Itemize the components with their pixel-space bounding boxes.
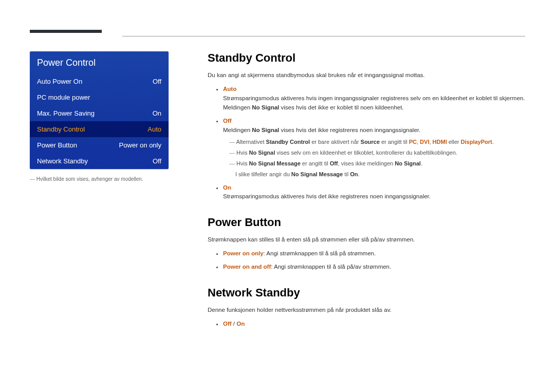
option-label-on: On — [223, 184, 231, 191]
heading-network-standby: Network Standby — [208, 286, 525, 300]
subnote-source: Alternativet Standby Control er bare akt… — [229, 138, 525, 146]
menu-row-power-button[interactable]: Power Button Power on only — [30, 137, 169, 153]
section-standby-control: Standby Control Du kan angi at skjermens… — [208, 51, 525, 201]
option-power-on-only: Power on only: Angi strømknappen til å s… — [223, 249, 525, 258]
menu-row-pc-module-power[interactable]: PC module power — [30, 89, 169, 105]
header-divider — [122, 36, 525, 36]
menu-row-max-power-saving[interactable]: Max. Power Saving On — [30, 105, 169, 121]
option-label-power-on-only: Power on only — [223, 250, 264, 256]
intro-power-button: Strømknappen kan stilles til å enten slå… — [208, 235, 525, 244]
option-label-power-on-and-off: Power on and off — [223, 264, 271, 270]
header-accent-bar — [30, 30, 102, 33]
option-label-off: Off — [223, 118, 232, 124]
menu-row-label: Standby Control — [37, 125, 85, 133]
option-label-on: On — [236, 321, 245, 327]
menu-row-label: Network Standby — [37, 157, 88, 165]
option-off: Off Meldingen No Signal vises hvis det i… — [223, 117, 525, 179]
option-label-auto: Auto — [223, 86, 236, 92]
menu-row-standby-control[interactable]: Standby Control Auto — [30, 121, 169, 137]
option-auto-line2-pre: Meldingen — [223, 104, 252, 110]
option-off-line-pre: Meldingen — [223, 127, 252, 133]
menu-row-value: Power on only — [119, 141, 161, 149]
intro-network-standby: Denne funksjonen holder nettverksstrømme… — [208, 306, 525, 314]
section-network-standby: Network Standby Denne funksjonen holder … — [208, 286, 525, 329]
key-no-signal: No Signal — [252, 127, 279, 133]
intro-standby: Du kan angi at skjermens standbymodus sk… — [208, 71, 525, 80]
osd-menu-panel: Power Control Auto Power On Off PC modul… — [30, 51, 169, 169]
heading-standby-control: Standby Control — [208, 51, 525, 65]
option-on: On Strømsparingsmodus aktiveres hvis det… — [223, 183, 525, 202]
menu-row-label: PC module power — [37, 94, 90, 101]
heading-power-button: Power Button — [208, 216, 525, 229]
subnote-set-on: I slike tilfeller angir du No Signal Mes… — [229, 170, 525, 179]
option-off-line-post: vises hvis det ikke registreres noen inn… — [279, 127, 420, 133]
menu-row-label: Auto Power On — [37, 78, 82, 85]
subnote-cable: Hvis No Signal vises selv om en kildeenh… — [229, 148, 525, 157]
section-power-button: Power Button Strømknappen kan stilles ti… — [208, 216, 525, 272]
menu-row-auto-power-on[interactable]: Auto Power On Off — [30, 73, 169, 89]
option-label-off: Off — [223, 321, 232, 327]
menu-row-label: Max. Power Saving — [37, 109, 95, 117]
option-auto: Auto Strømsparingsmodus aktiveres hvis i… — [223, 85, 525, 112]
option-auto-line1: Strømsparingsmodus aktiveres hvis ingen … — [223, 95, 525, 101]
option-auto-line2-post: vises hvis det ikke er koblet til noen k… — [279, 104, 403, 110]
image-footnote: Hvilket bilde som vises, avhenger av mod… — [30, 176, 184, 182]
key-no-signal: No Signal — [252, 104, 279, 110]
menu-row-label: Power Button — [37, 141, 77, 149]
subnote-no-signal-message: Hvis No Signal Message er angitt til Off… — [229, 159, 525, 168]
option-on-line: Strømsparingsmodus aktiveres hvis det ik… — [223, 193, 431, 199]
osd-menu-title: Power Control — [30, 51, 169, 73]
menu-row-value: Auto — [147, 125, 161, 133]
menu-row-network-standby[interactable]: Network Standby Off — [30, 153, 169, 169]
option-off-on: Off / On — [223, 320, 525, 329]
option-power-on-and-off: Power on and off: Angi strømknappen til … — [223, 263, 525, 272]
menu-row-value: On — [153, 109, 161, 117]
menu-row-value: Off — [153, 78, 161, 85]
menu-row-value: Off — [153, 157, 161, 165]
